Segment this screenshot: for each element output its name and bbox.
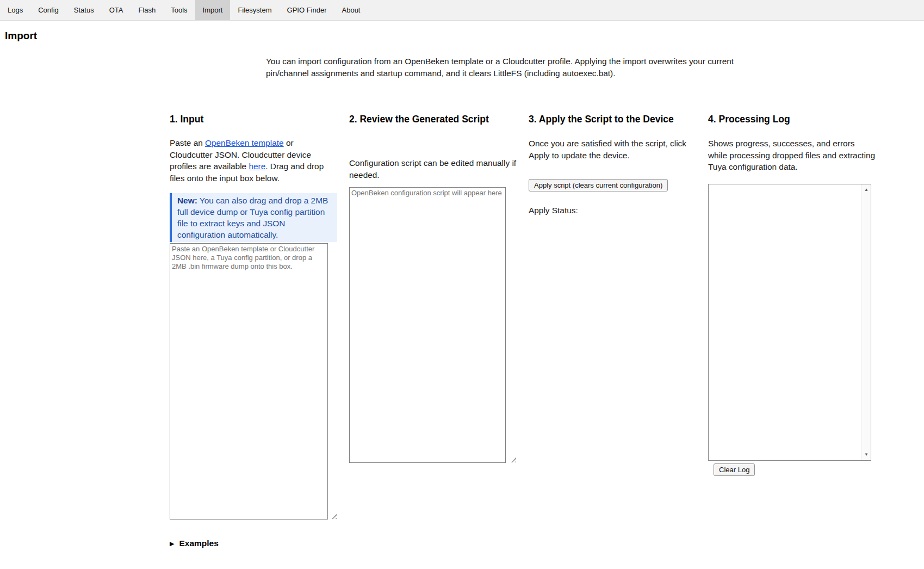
clear-log-button[interactable]: Clear Log (714, 463, 755, 476)
input-column: 1. Input Paste an OpenBeken template or … (170, 113, 337, 548)
input-description: Paste an OpenBeken template or Cloudcutt… (170, 137, 337, 184)
apply-column: 3. Apply the Script to the Device Once y… (529, 113, 696, 215)
review-column: 2. Review the Generated Script Configura… (349, 113, 517, 463)
tab-tools[interactable]: Tools (163, 0, 195, 20)
log-heading: 4. Processing Log (708, 113, 876, 126)
tab-config[interactable]: Config (30, 0, 66, 20)
processing-log-output (709, 184, 861, 460)
new-feature-note: New: You can also drag and drop a 2MB fu… (170, 193, 337, 242)
log-description: Shows progress, successes, and errors wh… (708, 138, 876, 173)
intro-text: You can import configuration from an Ope… (266, 55, 768, 79)
import-input-textarea[interactable] (170, 243, 328, 519)
top-tab-bar: Logs Config Status OTA Flash Tools Impor… (0, 0, 924, 21)
tab-about[interactable]: About (334, 0, 368, 20)
tab-filesystem[interactable]: Filesystem (230, 0, 279, 20)
processing-log-box[interactable]: ▲ ▼ (708, 184, 871, 461)
examples-toggle[interactable]: ▶ Examples (170, 539, 337, 548)
tab-gpio-finder[interactable]: GPIO Finder (280, 0, 334, 20)
import-columns: 1. Input Paste an OpenBeken template or … (170, 113, 924, 548)
input-desc-text-1: Paste an (170, 138, 205, 147)
new-feature-note-text: You can also drag and drop a 2MB full de… (177, 196, 328, 239)
review-heading: 2. Review the Generated Script (349, 113, 517, 126)
tab-ota[interactable]: OTA (102, 0, 131, 20)
scroll-down-icon[interactable]: ▼ (862, 452, 871, 457)
scroll-up-icon[interactable]: ▲ (862, 187, 871, 193)
apply-status-label: Apply Status: (529, 206, 696, 215)
resize-grip-icon[interactable] (330, 512, 337, 519)
page-title: Import (5, 30, 924, 42)
tab-flash[interactable]: Flash (131, 0, 163, 20)
input-heading: 1. Input (170, 113, 337, 126)
apply-description: Once you are satisfied with the script, … (529, 138, 696, 161)
cloudcutter-profiles-link[interactable]: here (249, 162, 265, 171)
log-scrollbar[interactable]: ▲ ▼ (861, 184, 871, 460)
apply-heading: 3. Apply the Script to the Device (529, 113, 696, 126)
input-textarea-wrap (170, 243, 337, 519)
examples-label: Examples (179, 539, 218, 548)
import-page: Logs Config Status OTA Flash Tools Impor… (0, 0, 924, 569)
openbeken-template-link[interactable]: OpenBeken template (205, 138, 284, 147)
new-feature-note-label: New: (177, 196, 197, 205)
log-column: 4. Processing Log Shows progress, succes… (708, 113, 876, 476)
generated-script-textarea[interactable] (349, 187, 506, 463)
review-description: Configuration script can be edited manua… (349, 157, 517, 181)
review-textarea-wrap (349, 187, 517, 463)
expand-arrow-icon: ▶ (170, 541, 174, 547)
tab-logs[interactable]: Logs (0, 0, 30, 20)
apply-script-button[interactable]: Apply script (clears current configurati… (529, 179, 668, 191)
tab-import[interactable]: Import (195, 0, 231, 20)
tab-status[interactable]: Status (66, 0, 102, 20)
resize-grip-icon[interactable] (509, 455, 516, 462)
